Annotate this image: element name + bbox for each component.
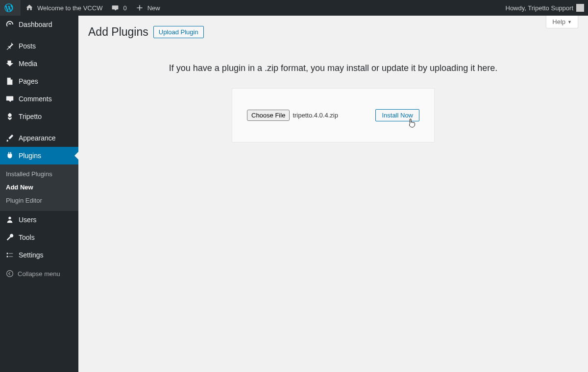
page-title: Add Plugins: [88, 25, 148, 39]
dashboard-icon: [5, 20, 15, 29]
site-name-link[interactable]: Welcome to the VCCW: [21, 0, 106, 16]
admin-bar-right: Howdy, Tripetto Support: [502, 0, 588, 16]
menu-label: Dashboard: [19, 21, 52, 28]
install-now-button[interactable]: Install Now: [375, 109, 419, 121]
tripetto-icon: [5, 112, 15, 121]
menu-label: Pages: [19, 77, 38, 85]
pin-icon: [5, 41, 15, 51]
menu-label: Comments: [19, 95, 52, 103]
new-content-link[interactable]: New: [131, 0, 164, 16]
menu-comments[interactable]: Comments: [0, 90, 78, 108]
menu-label: Plugins: [19, 152, 41, 160]
choose-file-button[interactable]: Choose File: [247, 110, 290, 121]
intro-text: If you have a plugin in a .zip format, y…: [88, 63, 578, 73]
admin-bar: Welcome to the VCCW 0 New Howdy, Tripett…: [0, 0, 588, 16]
site-name-label: Welcome to the VCCW: [37, 4, 102, 12]
menu-label: Posts: [19, 42, 36, 50]
svg-point-2: [7, 271, 13, 277]
comments-count: 0: [123, 4, 126, 12]
comments-link[interactable]: 0: [106, 0, 130, 16]
file-input-wrap: Choose File tripetto.4.0.4.zip: [247, 110, 338, 121]
page-header: Add Plugins Upload Plugin: [88, 25, 578, 39]
upload-plugin-button[interactable]: Upload Plugin: [153, 26, 204, 38]
page-icon: [5, 76, 15, 86]
wrench-icon: [5, 232, 15, 242]
plugins-submenu: Installed Plugins Add New Plugin Editor: [0, 164, 78, 211]
chevron-down-icon: ▼: [567, 20, 572, 24]
upload-form: Choose File tripetto.4.0.4.zip Install N…: [232, 88, 435, 142]
wp-logo-menu[interactable]: [0, 0, 21, 16]
menu-dashboard[interactable]: Dashboard: [0, 16, 78, 33]
main-content: Help ▼ Add Plugins Upload Plugin If you …: [78, 16, 588, 372]
collapse-icon: [5, 269, 15, 279]
selected-file-name: tripetto.4.0.4.zip: [293, 112, 338, 119]
spacer: [88, 142, 578, 372]
menu-tools[interactable]: Tools: [0, 229, 78, 246]
users-icon: [5, 215, 15, 225]
my-account-link[interactable]: Howdy, Tripetto Support: [502, 0, 588, 16]
avatar: [576, 4, 584, 12]
menu-users[interactable]: Users: [0, 211, 78, 229]
submenu-add-new[interactable]: Add New: [0, 181, 78, 194]
svg-point-0: [9, 61, 10, 63]
submenu-plugin-editor[interactable]: Plugin Editor: [0, 194, 78, 207]
menu-tripetto[interactable]: Tripetto: [0, 108, 78, 125]
menu-posts[interactable]: Posts: [0, 37, 78, 55]
help-label: Help: [552, 18, 565, 25]
comment-icon: [5, 94, 15, 104]
plus-icon: [135, 3, 145, 13]
media-icon: [5, 59, 15, 69]
menu-label: Tripetto: [19, 113, 42, 120]
collapse-menu[interactable]: Collapse menu: [0, 264, 78, 283]
menu-appearance[interactable]: Appearance: [0, 129, 78, 147]
home-icon: [24, 3, 34, 13]
settings-icon: [5, 250, 15, 260]
admin-sidebar: Dashboard Posts Media Pages Comments Tri…: [0, 16, 78, 372]
new-label: New: [147, 4, 160, 12]
menu-label: Users: [19, 216, 37, 224]
menu-label: Appearance: [19, 134, 56, 142]
collapse-label: Collapse menu: [18, 270, 60, 278]
submenu-installed-plugins[interactable]: Installed Plugins: [0, 167, 78, 181]
svg-point-1: [8, 217, 11, 219]
admin-bar-left: Welcome to the VCCW 0 New: [0, 0, 164, 16]
menu-plugins[interactable]: Plugins: [0, 147, 78, 164]
menu-media[interactable]: Media: [0, 55, 78, 72]
menu-label: Tools: [19, 233, 35, 241]
comment-icon: [110, 3, 120, 13]
plugin-icon: [5, 151, 15, 161]
brush-icon: [5, 133, 15, 143]
howdy-label: Howdy, Tripetto Support: [506, 4, 574, 12]
menu-label: Settings: [19, 251, 44, 259]
menu-pages[interactable]: Pages: [0, 72, 78, 90]
menu-label: Media: [19, 60, 37, 68]
help-tab[interactable]: Help ▼: [546, 16, 578, 28]
menu-settings[interactable]: Settings: [0, 246, 78, 264]
wordpress-logo-icon: [4, 3, 14, 13]
